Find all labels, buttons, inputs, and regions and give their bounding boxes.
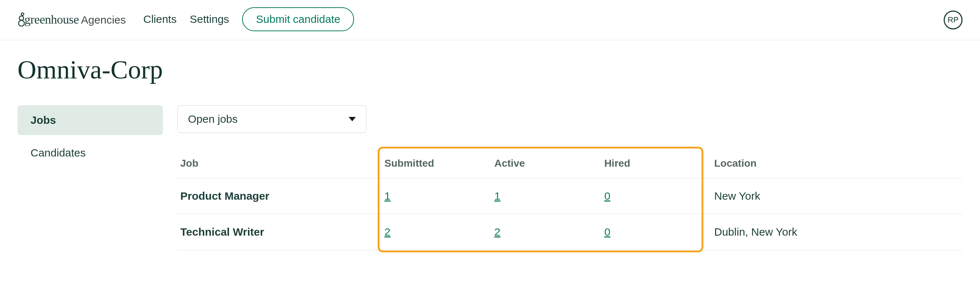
table-wrapper: Job Submitted Active Hired Location Prod… [177, 149, 963, 250]
col-header-job: Job [177, 149, 382, 178]
side-tabs: Jobs Candidates [18, 105, 163, 171]
hired-link[interactable]: 0 [604, 190, 610, 202]
svg-point-0 [21, 13, 24, 16]
main-content: Omniva-Corp Jobs Candidates Open jobs Jo… [0, 40, 980, 265]
page-title: Omniva-Corp [18, 55, 963, 85]
nav-clients[interactable]: Clients [143, 13, 177, 25]
jobs-table: Job Submitted Active Hired Location Prod… [177, 149, 963, 250]
col-header-location: Location [711, 149, 963, 178]
table-row: Product Manager 1 1 0 New York [177, 178, 963, 214]
caret-down-icon [348, 117, 356, 121]
active-link[interactable]: 1 [494, 190, 501, 202]
submitted-link[interactable]: 2 [385, 226, 391, 238]
svg-point-2 [19, 21, 24, 26]
tab-candidates[interactable]: Candidates [18, 138, 163, 168]
submit-candidate-button[interactable]: Submit candidate [242, 7, 354, 31]
tab-jobs[interactable]: Jobs [18, 105, 163, 135]
logo-sub: Agencies [81, 14, 126, 26]
location-cell: New York [711, 178, 963, 214]
col-header-hired: Hired [601, 149, 711, 178]
nav-settings[interactable]: Settings [190, 13, 229, 25]
top-bar: greenhouse Agencies Clients Settings Sub… [0, 0, 980, 40]
svg-point-1 [19, 16, 24, 21]
submitted-link[interactable]: 1 [385, 190, 391, 202]
location-cell: Dublin, New York [711, 214, 963, 250]
main-column: Open jobs Job Submitted Active Hired Loc… [163, 105, 963, 250]
logo-group[interactable]: greenhouse Agencies [18, 12, 126, 27]
avatar[interactable]: RP [943, 11, 963, 29]
col-header-submitted: Submitted [382, 149, 492, 178]
job-name-cell[interactable]: Product Manager [177, 178, 382, 214]
logo-main: greenhouse [18, 12, 79, 27]
hired-link[interactable]: 0 [604, 226, 610, 238]
filter-selected-label: Open jobs [188, 113, 238, 125]
col-header-active: Active [492, 149, 601, 178]
content-row: Jobs Candidates Open jobs Job Submitted … [18, 105, 963, 250]
filter-select[interactable]: Open jobs [177, 105, 366, 133]
table-row: Technical Writer 2 2 0 Dublin, New York [177, 214, 963, 250]
active-link[interactable]: 2 [494, 226, 501, 238]
job-name-cell[interactable]: Technical Writer [177, 214, 382, 250]
